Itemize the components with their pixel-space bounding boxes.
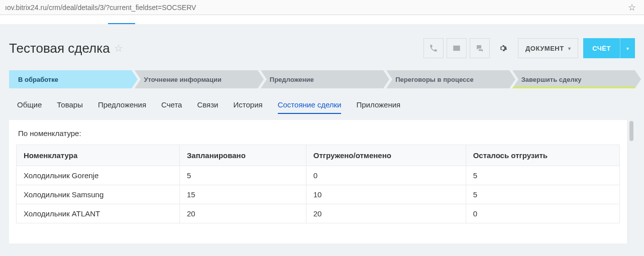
cell-name: Холодильник Samsung [17,185,180,204]
window-stripe [0,15,644,24]
tab-quotes[interactable]: Предложения [98,97,146,114]
scrollbar-thumb[interactable] [629,121,633,141]
cell-planned: 20 [179,204,306,223]
bookmark-star-icon[interactable]: ☆ [628,0,639,15]
content-panel: По номенклатуре: Номенклатура Запланиров… [9,120,635,243]
page-title-text: Тестовая сделка [9,41,110,56]
deal-stage-bar: В обработке Уточнение информации Предлож… [0,70,644,97]
document-button[interactable]: ДОКУМЕНТ ▾ [518,38,578,58]
url-text: ıov.bitrix24.ru/crm/deal/details/3/?curr… [5,0,196,15]
cell-planned: 15 [179,185,306,204]
col-nomenclature: Номенклатура [17,145,180,166]
section-title: По номенклатуре: [18,129,628,138]
cell-remaining: 5 [466,166,619,185]
stage-proposal[interactable]: Предложение [261,70,383,88]
stage-label: В обработке [18,76,58,83]
cell-planned: 5 [179,166,306,185]
nomenclature-table: Номенклатура Запланировано Отгружено/отм… [16,145,620,223]
cell-shipped: 10 [306,185,466,204]
chevron-down-icon: ▾ [626,46,629,51]
table-row: Холодильник Gorenje 5 0 5 [17,166,620,185]
call-button[interactable] [423,38,444,58]
cell-name: Холодильник Gorenje [17,166,180,185]
browser-address-bar[interactable]: ıov.bitrix24.ru/crm/deal/details/3/?curr… [0,0,644,15]
phone-icon [429,44,438,53]
stage-label: Уточнение информации [144,76,222,83]
cell-shipped: 0 [306,166,466,185]
stage-label: Предложение [270,76,314,83]
table-header-row: Номенклатура Запланировано Отгружено/отм… [17,145,620,166]
stage-label: Переговоры в процессе [395,76,473,83]
stage-negotiation[interactable]: Переговоры в процессе [386,70,509,88]
chat-button[interactable] [470,38,490,58]
cell-name: Холодильник ATLANT [17,204,180,223]
tab-general[interactable]: Общие [17,97,42,114]
table-row: Холодильник Samsung 15 10 5 [17,185,620,204]
cell-shipped: 20 [306,204,466,223]
stage-finish[interactable]: Завершить сделку [512,70,635,88]
mail-icon [452,44,461,53]
col-shipped: Отгружено/отменено [306,145,466,166]
settings-button[interactable] [493,38,513,58]
tab-invoices[interactable]: Счета [161,97,182,114]
tab-history[interactable]: История [233,97,262,114]
gear-icon [498,44,507,53]
page-title: Тестовая сделка ☆ [9,41,123,56]
cell-remaining: 0 [466,204,619,223]
invoice-split-button: СЧЁТ ▾ [583,38,635,58]
table-row: Холодильник ATLANT 20 20 0 [17,204,620,223]
tab-applications[interactable]: Приложения [356,97,400,114]
invoice-button-label: СЧЁТ [592,45,611,52]
stage-clarification[interactable]: Уточнение информации [135,70,257,88]
deal-tabs: Общие Товары Предложения Счета Связи Ист… [0,97,644,120]
cell-remaining: 5 [466,185,619,204]
favorite-star-icon[interactable]: ☆ [114,43,123,53]
stage-processing[interactable]: В обработке [9,70,132,88]
chevron-down-icon: ▾ [568,46,571,51]
col-remaining: Осталось отгрузить [466,145,619,166]
col-planned: Запланировано [179,145,306,166]
invoice-dropdown-button[interactable]: ▾ [620,38,635,58]
tab-products[interactable]: Товары [57,97,83,114]
tab-links[interactable]: Связи [197,97,218,114]
invoice-button[interactable]: СЧЁТ [583,38,620,58]
deal-header: Тестовая сделка ☆ ДОКУМЕНТ ▾ СЧЁТ ▾ [0,24,644,70]
tab-deal-status[interactable]: Состояние сделки [278,97,342,114]
email-button[interactable] [447,38,467,58]
document-button-label: ДОКУМЕНТ [525,45,564,52]
chat-icon [475,44,484,53]
stage-label: Завершить сделку [521,76,582,83]
